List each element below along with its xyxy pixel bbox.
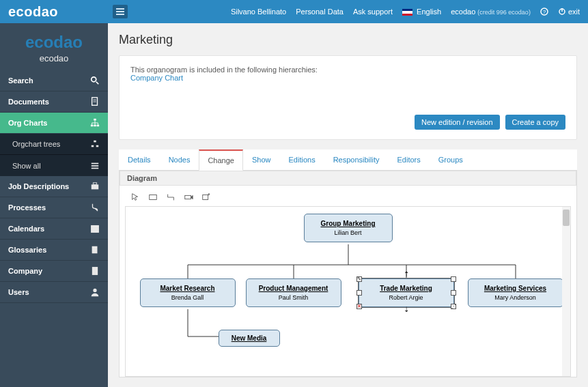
rect-tool-icon[interactable] [148,192,158,202]
anchor-top[interactable]: ⇡ [404,272,409,278]
process-icon [90,203,100,212]
hierarchy-panel: This organogram is included in the follo… [119,55,577,140]
sidebar-item-users[interactable]: Users [0,282,108,303]
node-person: Lilian Bert [309,229,388,236]
sidebar-item-processes[interactable]: Processes [0,197,108,218]
help-link[interactable]: ? [540,8,548,16]
sidebar-item-documents[interactable]: Documents [0,91,108,113]
menu-toggle[interactable] [113,5,128,18]
company-chart-link[interactable]: Company Chart [130,74,565,82]
sidebar-sub-orgchart-trees[interactable]: Orgchart trees [0,134,108,155]
node-new-media[interactable]: New Media [219,330,280,347]
list-icon [90,161,100,171]
user-link[interactable]: Silvano Bellinato [231,8,286,16]
resize-handle-w[interactable] [356,290,362,296]
tenant-name: ecodao [451,8,475,16]
node-title: Marketing Services [473,285,559,292]
diagram-canvas[interactable]: Group Marketing Lilian Bert Market Resea… [125,206,571,377]
svg-rect-40 [203,195,208,200]
svg-text:?: ? [543,9,546,15]
power-icon [558,8,566,16]
sidebar-item-calendars[interactable]: Calendars [0,218,108,240]
sidebar-sub-show-all[interactable]: Show all [0,155,108,176]
svg-rect-25 [92,167,99,169]
tab-bar: Details Nodes Change Show Editions Respo… [119,149,577,171]
tab-groups[interactable]: Groups [430,149,472,170]
label-tool-icon[interactable] [201,192,211,202]
tab-details[interactable]: Details [119,149,160,170]
sidebar-item-label: Job Descriptions [8,182,69,190]
svg-rect-12 [94,119,96,121]
svg-point-7 [92,77,96,82]
sidebar-sub-label: Show all [12,162,41,170]
book-icon [90,245,100,255]
search-icon [90,76,100,85]
svg-rect-1 [116,11,124,12]
node-person: Brenda Gall [145,294,231,301]
anchor-bottom[interactable]: ⇣ [404,308,409,313]
svg-rect-27 [93,183,96,185]
sidebar-brand: ecodao [0,23,108,53]
exit-link[interactable]: exit [558,8,580,16]
node-product-management[interactable]: Product Management Paul Smith [246,278,341,307]
line-arrow-tool-icon[interactable] [184,192,193,202]
briefcase-icon [90,182,100,191]
delete-handle[interactable]: ✕ [356,304,362,309]
file-icon [90,97,100,106]
page-title: Marketing [119,33,577,47]
connector-tool-icon[interactable] [166,192,176,202]
svg-rect-23 [92,162,99,164]
sidebar-item-glossaries[interactable]: Glossaries [0,240,108,261]
sidebar-item-orgcharts[interactable]: Org Charts [0,113,108,134]
calendar-icon [90,224,100,233]
node-title: Group Marketing [309,220,388,227]
svg-rect-26 [92,184,99,189]
node-title: Trade Marketing [363,285,449,292]
node-group-marketing[interactable]: Group Marketing Lilian Bert [304,214,393,242]
sidebar-item-label: Processes [8,203,46,212]
tab-editions[interactable]: Editions [280,149,324,170]
diagram-header: Diagram [120,171,576,186]
resize-handle-ne[interactable] [451,276,456,282]
svg-point-37 [93,289,96,292]
pointer-tool-icon[interactable] [130,192,140,202]
tenant-link[interactable]: ecodao (credit 996 ecodao) [451,8,531,16]
ask-support-link[interactable]: Ask support [353,8,393,16]
resize-handle-se[interactable]: ⋰ [451,304,456,309]
personal-data-link[interactable]: Personal Data [296,8,344,16]
svg-line-8 [96,82,99,85]
svg-rect-28 [92,226,99,233]
resize-handle-nw[interactable]: ✎ [356,276,362,282]
sidebar-item-label: Users [8,288,29,296]
resize-handle-e[interactable] [451,290,456,296]
svg-rect-22 [96,145,99,147]
tab-show[interactable]: Show [243,149,280,170]
svg-rect-2 [116,14,124,15]
sidebar-item-label: Company [8,267,42,275]
tab-nodes[interactable]: Nodes [160,149,199,170]
scrollbar-thumb[interactable] [563,210,570,226]
sidebar-item-label: Calendars [8,225,44,233]
tab-editors[interactable]: Editors [389,149,430,170]
svg-rect-21 [92,145,94,147]
svg-rect-13 [91,125,94,127]
node-trade-marketing[interactable]: Trade Marketing Robert Argie ✎ ⇡ ⇣ ✕ ⋰ [359,278,454,307]
tab-change[interactable]: Change [199,149,243,171]
sidebar-item-search[interactable]: Search [0,70,108,91]
node-marketing-services[interactable]: Marketing Services Mary Anderson [468,278,563,307]
new-edition-button[interactable]: New edition / revision [415,115,500,130]
svg-rect-15 [97,125,100,127]
sidebar-item-job-descriptions[interactable]: Job Descriptions [0,176,108,197]
org-icon [90,118,100,128]
node-market-research[interactable]: Market Research Brenda Gall [140,278,236,307]
sidebar-sub-label: Orgchart trees [12,140,60,148]
tab-responsibility[interactable]: Responsibility [324,149,389,170]
vertical-scrollbar[interactable] [562,207,570,376]
node-person: Robert Argie [363,294,449,301]
node-title: New Media [222,334,277,342]
sidebar: ecodao ecodao Search Documents Org Chart… [0,23,108,387]
sidebar-item-company[interactable]: Company [0,261,108,282]
language-selector[interactable]: English [402,8,441,16]
tree-icon [90,139,100,149]
create-copy-button[interactable]: Create a copy [505,115,565,130]
